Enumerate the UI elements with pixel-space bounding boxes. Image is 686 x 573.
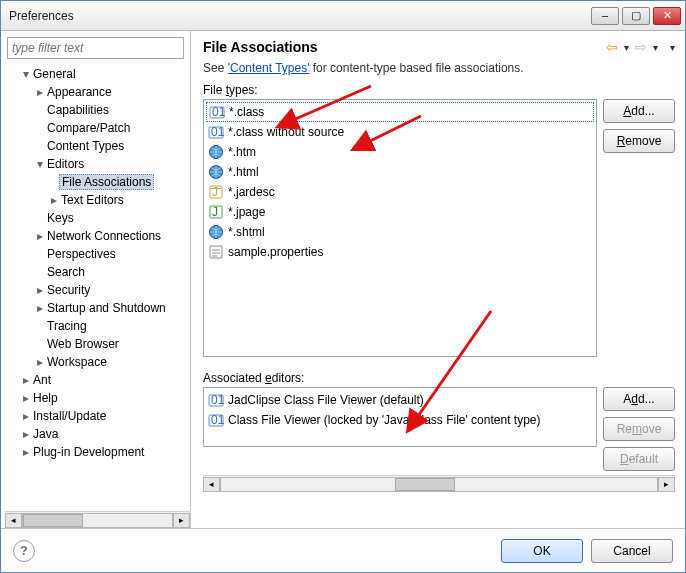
globe-icon xyxy=(208,164,224,180)
tree-item-perspectives[interactable]: Perspectives xyxy=(47,247,116,261)
scroll-track[interactable] xyxy=(220,477,658,492)
tree-item-workspace[interactable]: Workspace xyxy=(47,355,107,369)
twist-icon[interactable]: ▾ xyxy=(37,155,47,173)
twist-icon[interactable]: ▸ xyxy=(23,407,33,425)
file-types-label: File types: xyxy=(203,83,675,97)
class-icon: 010 xyxy=(208,124,224,140)
scroll-left-icon[interactable]: ◂ xyxy=(203,477,220,492)
tree-item-network[interactable]: Network Connections xyxy=(47,229,161,243)
left-panel: ▾General ▸Appearance Capabilities Compar… xyxy=(1,31,191,528)
scroll-track[interactable] xyxy=(22,513,173,528)
right-panel: File Associations ⇦ ▾ ⇨ ▾ ▾ See 'Content… xyxy=(191,31,685,528)
tree-item-search[interactable]: Search xyxy=(47,265,85,279)
tree-item-startup[interactable]: Startup and Shutdown xyxy=(47,301,166,315)
file-type-name: *.htm xyxy=(228,145,256,159)
class-icon: 010 xyxy=(208,392,224,408)
titlebar: Preferences – ▢ ✕ xyxy=(1,1,685,31)
scroll-left-icon[interactable]: ◂ xyxy=(5,513,22,528)
tree-item-install[interactable]: Install/Update xyxy=(33,409,106,423)
file-type-item[interactable]: J*.jpage xyxy=(206,202,594,222)
editor-item[interactable]: 010Class File Viewer (locked by 'Java Cl… xyxy=(206,410,594,430)
forward-arrow-icon[interactable]: ⇨ xyxy=(635,40,647,54)
content-types-link[interactable]: 'Content Types' xyxy=(228,61,310,75)
minimize-button[interactable]: – xyxy=(591,7,619,25)
scroll-thumb[interactable] xyxy=(23,514,83,527)
preferences-tree[interactable]: ▾General ▸Appearance Capabilities Compar… xyxy=(5,65,190,511)
tree-item-tracing[interactable]: Tracing xyxy=(47,319,87,333)
tree-item-ant[interactable]: Ant xyxy=(33,373,51,387)
tree-horizontal-scrollbar[interactable]: ◂ ▸ xyxy=(5,511,190,528)
svg-text:010: 010 xyxy=(211,393,224,407)
tree-item-capabilities[interactable]: Capabilities xyxy=(47,103,109,117)
associated-editors-list[interactable]: 010JadClipse Class File Viewer (default)… xyxy=(203,387,597,447)
file-type-name: *.html xyxy=(228,165,259,179)
tree-item-pde[interactable]: Plug-in Development xyxy=(33,445,144,459)
tree-item-web-browser[interactable]: Web Browser xyxy=(47,337,119,351)
tree-item-keys[interactable]: Keys xyxy=(47,211,74,225)
twist-icon[interactable]: ▾ xyxy=(23,65,33,83)
twist-icon[interactable]: ▸ xyxy=(23,389,33,407)
twist-icon[interactable]: ▸ xyxy=(51,191,61,209)
tree-item-help[interactable]: Help xyxy=(33,391,58,405)
twist-icon[interactable]: ▸ xyxy=(37,353,47,371)
file-type-item[interactable]: *.shtml xyxy=(206,222,594,242)
scroll-thumb[interactable] xyxy=(395,478,455,491)
right-horizontal-scrollbar[interactable]: ◂ ▸ xyxy=(203,475,675,492)
class-icon: 010 xyxy=(209,104,225,120)
tree-item-security[interactable]: Security xyxy=(47,283,90,297)
editors-default-button[interactable]: Default xyxy=(603,447,675,471)
twist-icon[interactable]: ▸ xyxy=(23,371,33,389)
back-menu-icon[interactable]: ▾ xyxy=(624,42,629,53)
help-button[interactable]: ? xyxy=(13,540,35,562)
file-type-item[interactable]: *.html xyxy=(206,162,594,182)
editors-remove-button[interactable]: Remove xyxy=(603,417,675,441)
twist-icon[interactable]: ▸ xyxy=(23,425,33,443)
ok-button[interactable]: OK xyxy=(501,539,583,563)
props-icon xyxy=(208,244,224,260)
close-button[interactable]: ✕ xyxy=(653,7,681,25)
editors-add-button[interactable]: Add... xyxy=(603,387,675,411)
file-type-name: sample.properties xyxy=(228,245,323,259)
back-arrow-icon[interactable]: ⇦ xyxy=(606,40,618,54)
associated-editors-label: Associated editors: xyxy=(203,371,675,385)
file-type-item[interactable]: 010*.class without source xyxy=(206,122,594,142)
maximize-button[interactable]: ▢ xyxy=(622,7,650,25)
page-title: File Associations xyxy=(203,39,606,55)
tree-item-content-types[interactable]: Content Types xyxy=(47,139,124,153)
tree-item-java[interactable]: Java xyxy=(33,427,58,441)
scroll-right-icon[interactable]: ▸ xyxy=(173,513,190,528)
editor-name: JadClipse Class File Viewer (default) xyxy=(228,393,424,407)
tree-item-appearance[interactable]: Appearance xyxy=(47,85,112,99)
file-types-add-button[interactable]: Add... xyxy=(603,99,675,123)
jpage-icon: J xyxy=(208,204,224,220)
twist-icon[interactable]: ▸ xyxy=(37,227,47,245)
globe-icon xyxy=(208,144,224,160)
file-types-list[interactable]: 010*.class010*.class without source*.htm… xyxy=(203,99,597,357)
scroll-right-icon[interactable]: ▸ xyxy=(658,477,675,492)
twist-icon[interactable]: ▸ xyxy=(23,443,33,461)
forward-menu-icon[interactable]: ▾ xyxy=(653,42,658,53)
file-type-item[interactable]: sample.properties xyxy=(206,242,594,262)
svg-text:010: 010 xyxy=(212,105,225,119)
see-note: See 'Content Types' for content-type bas… xyxy=(203,61,675,75)
file-type-item[interactable]: 010*.class xyxy=(206,102,594,122)
file-type-item[interactable]: J*.jardesc xyxy=(206,182,594,202)
file-type-item[interactable]: *.htm xyxy=(206,142,594,162)
file-type-name: *.class xyxy=(229,105,264,119)
cancel-button[interactable]: Cancel xyxy=(591,539,673,563)
tree-item-file-associations[interactable]: File Associations xyxy=(59,174,154,190)
twist-icon[interactable]: ▸ xyxy=(37,83,47,101)
tree-item-compare[interactable]: Compare/Patch xyxy=(47,121,130,135)
file-type-name: *.class without source xyxy=(228,125,344,139)
view-menu-icon[interactable]: ▾ xyxy=(670,42,675,53)
tree-item-editors[interactable]: Editors xyxy=(47,157,84,171)
file-type-name: *.shtml xyxy=(228,225,265,239)
filter-input[interactable] xyxy=(7,37,184,59)
file-types-remove-button[interactable]: Remove xyxy=(603,129,675,153)
file-type-name: *.jardesc xyxy=(228,185,275,199)
tree-item-text-editors[interactable]: Text Editors xyxy=(61,193,124,207)
editor-item[interactable]: 010JadClipse Class File Viewer (default) xyxy=(206,390,594,410)
tree-item-general[interactable]: General xyxy=(33,67,76,81)
twist-icon[interactable]: ▸ xyxy=(37,281,47,299)
twist-icon[interactable]: ▸ xyxy=(37,299,47,317)
